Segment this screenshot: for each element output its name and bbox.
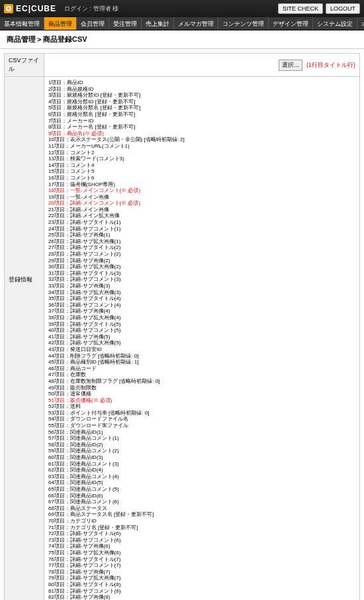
list-item: 63項目：関連商品コメント(4) xyxy=(48,474,355,480)
list-item: 18項目：一覧-メインコメント(※ 必須) xyxy=(48,187,355,194)
list-item: 1項目：商品ID xyxy=(48,79,355,86)
nav-item-6[interactable]: コンテンツ管理 xyxy=(218,17,269,30)
list-item: 73項目：詳細-サブコメント(6) xyxy=(48,537,355,544)
main-nav: 基本情報管理商品管理会員管理受注管理売上集計メルマガ管理コンテンツ管理デザイン管… xyxy=(0,17,364,30)
list-item: 34項目：詳細-サブ拡大画像(3) xyxy=(48,289,355,296)
items-label: 登録情報 xyxy=(5,77,44,600)
csv-file-row: CSVファイル 選択... (1行目タイトル行) xyxy=(5,54,359,77)
logo: EC|CUBE xyxy=(4,4,56,13)
list-item: 64項目：関連商品ID(5) xyxy=(48,479,355,486)
list-item: 59項目：関連商品コメント(2) xyxy=(48,448,355,454)
nav-item-7[interactable]: デザイン管理 xyxy=(269,17,313,30)
csv-file-label: CSVファイル xyxy=(5,54,44,76)
list-item: 30項目：詳細-サブ拡大画像(2) xyxy=(48,264,355,270)
list-item: 70項目：カテゴリID xyxy=(48,518,355,525)
header-buttons: SITE CHECK LOGOUT xyxy=(278,3,360,14)
login-info: ログイン : 管理者 様 xyxy=(64,5,118,13)
list-item: 16項目：コメント6 xyxy=(48,175,355,181)
list-item: 72項目：詳細-サブタイトル(6) xyxy=(48,530,355,537)
logo-text: EC|CUBE xyxy=(16,4,56,13)
list-item: 76項目：詳細-サブタイトル(7) xyxy=(48,556,355,563)
list-item: 24項目：詳細-サブコメント(1) xyxy=(48,226,355,232)
nav-item-4[interactable]: 売上集計 xyxy=(142,17,174,30)
file-note: (1行目タイトル行) xyxy=(306,61,355,70)
list-item: 47項目：在庫数 xyxy=(48,372,355,378)
list-item: 20項目：詳細-メインコメント(※ 必須) xyxy=(48,200,355,207)
list-item: 44項目：削除フラグ [省略時初期値: 0] xyxy=(48,353,355,360)
logo-icon xyxy=(4,4,13,13)
list-item: 33項目：詳細-サブ画像(3) xyxy=(48,283,355,289)
site-check-button[interactable]: SITE CHECK xyxy=(278,3,323,14)
list-item: 26項目：詳細-サブ拡大画像(1) xyxy=(48,238,355,245)
list-item: 58項目：関連商品ID(2) xyxy=(48,442,355,448)
list-item: 46項目：商品コード xyxy=(48,366,355,372)
list-item: 74項目：詳細-サブ画像(6) xyxy=(48,543,355,550)
nav-item-8[interactable]: システム設定 xyxy=(313,17,357,30)
list-item: 28項目：詳細-サブコメント(2) xyxy=(48,251,355,258)
list-item: 35項目：詳細-サブタイトル(4) xyxy=(48,295,355,302)
list-item: 6項目：規格分類名 [登録・更新不可] xyxy=(48,111,355,118)
logout-button[interactable]: LOGOUT xyxy=(326,3,360,14)
list-item: 25項目：詳細-サブ画像(1) xyxy=(48,232,355,238)
list-item: 10項目：表示ステータス(公開・非公開) [省略時初期値: 2] xyxy=(48,136,355,143)
list-item: 37項目：詳細-サブ画像(4) xyxy=(48,308,355,315)
list-item: 82項目：詳細-サブ画像(8) xyxy=(48,594,355,600)
list-item: 61項目：関連商品コメント(3) xyxy=(48,461,355,468)
items-row: 登録情報 1項目：商品ID2項目：商品規格ID3項目：親規格分類ID [登録・更… xyxy=(5,77,359,600)
list-item: 60項目：関連商品ID(3) xyxy=(48,454,355,461)
items-list: 1項目：商品ID2項目：商品規格ID3項目：親規格分類ID [登録・更新不可]4… xyxy=(44,77,359,600)
list-item: 48項目：在庫数無制限フラグ [省略時初期値: 0] xyxy=(48,378,355,385)
nav-item-9[interactable]: オーナーズストア xyxy=(357,17,364,30)
list-item: 9項目：商品名(※ 必須) xyxy=(48,130,355,137)
list-item: 50項目：通常価格 xyxy=(48,391,355,397)
list-item: 79項目：詳細-サブ拡大画像(7) xyxy=(48,575,355,581)
list-item: 41項目：詳細-サブ画像(5) xyxy=(48,334,355,340)
list-item: 53項目：ポイント付与率 [省略時初期値: 0] xyxy=(48,410,355,417)
list-item: 13項目：検索ワード(コメント3) xyxy=(48,156,355,162)
list-item: 12項目：コメント2 xyxy=(48,150,355,156)
nav-item-0[interactable]: 基本情報管理 xyxy=(0,17,44,30)
list-item: 21項目：詳細-メイン画像 xyxy=(48,207,355,213)
list-item: 19項目：一覧-メイン画像 xyxy=(48,194,355,201)
list-item: 2項目：商品規格ID xyxy=(48,86,355,93)
list-item: 31項目：詳細-サブタイトル(3) xyxy=(48,270,355,277)
list-item: 57項目：関連商品コメント(1) xyxy=(48,435,355,442)
list-item: 77項目：詳細-サブコメント(7) xyxy=(48,562,355,569)
list-item: 54項目：ダウンロードファイル名 xyxy=(48,416,355,423)
list-item: 75項目：詳細-サブ拡大画像(6) xyxy=(48,550,355,556)
list-item: 40項目：詳細-サブコメント(5) xyxy=(48,327,355,334)
list-item: 3項目：親規格分類ID [登録・更新不可] xyxy=(48,92,355,99)
list-item: 4項目：規格分類ID [登録・更新不可] xyxy=(48,99,355,105)
nav-item-2[interactable]: 会員管理 xyxy=(77,17,109,30)
nav-item-3[interactable]: 受注管理 xyxy=(109,17,142,30)
list-item: 14項目：コメント4 xyxy=(48,162,355,169)
list-item: 52項目：送料 xyxy=(48,403,355,410)
list-item: 56項目：関連商品ID(1) xyxy=(48,429,355,436)
list-item: 7項目：メーカーID xyxy=(48,118,355,125)
list-item: 78項目：詳細-サブ画像(7) xyxy=(48,569,355,575)
list-item: 8項目：メーカー名 [登録・更新不可] xyxy=(48,124,355,130)
header: EC|CUBE ログイン : 管理者 様 SITE CHECK LOGOUT xyxy=(0,0,364,17)
list-item: 38項目：詳細-サブ拡大画像(4) xyxy=(48,315,355,321)
breadcrumb: 商品管理＞商品登録CSV xyxy=(0,30,364,49)
file-select-button[interactable]: 選択... xyxy=(279,60,302,71)
list-item: 11項目：メーカーURL(コメント1) xyxy=(48,143,355,150)
list-item: 80項目：詳細-サブタイトル(8) xyxy=(48,581,355,588)
list-item: 42項目：詳細-サブ拡大画像(5) xyxy=(48,340,355,346)
content: CSVファイル 選択... (1行目タイトル行) 登録情報 1項目：商品ID2項… xyxy=(4,53,360,600)
list-item: 51項目：販売価格(※ 必須) xyxy=(48,397,355,404)
list-item: 71項目：カテゴリ名 [登録・更新不可] xyxy=(48,525,355,531)
list-item: 32項目：詳細-サブコメント(3) xyxy=(48,276,355,283)
list-item: 43項目：発送日目安ID xyxy=(48,346,355,353)
nav-item-1[interactable]: 商品管理 xyxy=(44,17,77,30)
list-item: 65項目：関連商品コメント(5) xyxy=(48,486,355,493)
nav-item-5[interactable]: メルマガ管理 xyxy=(174,17,218,30)
list-item: 23項目：詳細-サブタイトル(1) xyxy=(48,219,355,226)
list-item: 66項目：関連商品ID(6) xyxy=(48,493,355,499)
list-item: 67項目：関連商品コメント(6) xyxy=(48,499,355,505)
list-item: 55項目：ダウンロード実ファイル xyxy=(48,423,355,429)
list-item: 39項目：詳細-サブタイトル(5) xyxy=(48,321,355,328)
list-item: 36項目：詳細-サブコメント(4) xyxy=(48,302,355,309)
list-item: 17項目：備考欄(SHOP専用) xyxy=(48,181,355,188)
list-item: 5項目：親規格分類名 [登録・更新不可] xyxy=(48,105,355,111)
